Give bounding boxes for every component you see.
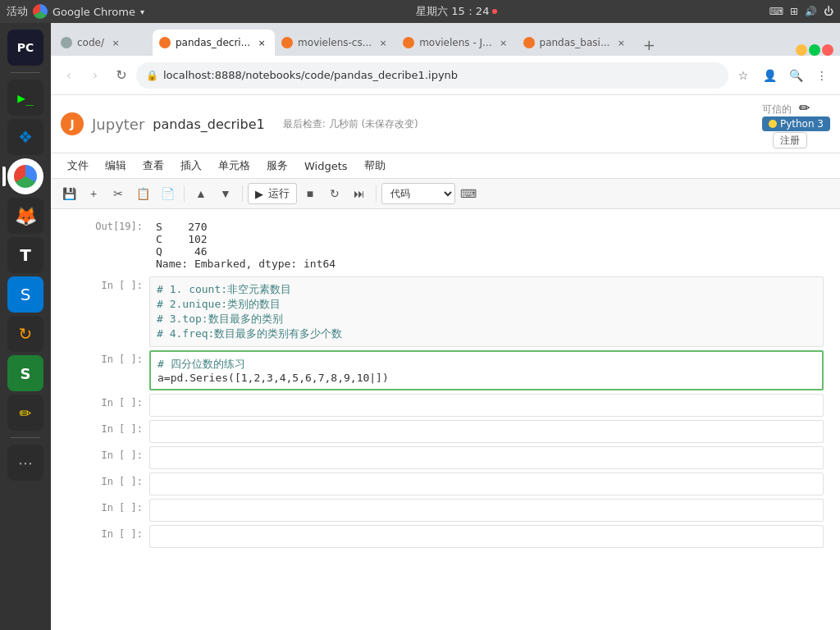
tab-favicon-movielens1 <box>281 37 293 48</box>
menu-insert[interactable]: 插入 <box>174 155 208 176</box>
pycharm-icon: PC <box>17 41 34 54</box>
dock-item-spreadsheet[interactable]: S <box>7 355 43 391</box>
tab-close-movielens1[interactable]: × <box>377 36 390 49</box>
star-icon[interactable]: ☆ <box>732 64 755 87</box>
dock-item-update[interactable]: ↻ <box>7 316 43 352</box>
tab-pandas-decri[interactable]: pandas_decri... × <box>153 30 275 56</box>
cell-empty-3-content[interactable] <box>149 446 824 469</box>
time-label: 星期六 15：24 <box>416 4 489 19</box>
lock-icon: 🔒 <box>146 70 158 81</box>
jupyter-filename[interactable]: pandas_decribe1 <box>153 116 264 132</box>
cell-out19-content: S 270 C 102 Q 46 Name: Embarked, dtype: … <box>149 217 824 273</box>
move-up-button[interactable]: ▲ <box>189 182 212 205</box>
save-button[interactable]: 💾 <box>57 182 80 205</box>
menu-file[interactable]: 文件 <box>61 155 95 176</box>
cell-active-content[interactable]: # 四分位数的练习 a=pd.Series([1,2,3,4,5,6,7,8,9… <box>149 350 824 390</box>
menu-edit[interactable]: 编辑 <box>98 155 133 176</box>
paste-button[interactable]: 📄 <box>156 182 179 205</box>
tab-close-pandas[interactable]: × <box>255 36 268 49</box>
cell-empty-2-content[interactable] <box>149 420 824 443</box>
comment-line-4: # 4.freq:数目最多的类别有多少个数 <box>157 326 816 341</box>
jupyter-area: J Jupyter pandas_decribe1 最后检查: 几秒前 (未保存… <box>51 95 840 630</box>
account-icon[interactable]: 👤 <box>758 64 781 87</box>
jupyter-toolbar: 💾 + ✂ 📋 📄 ▲ ▼ ▶ 运行 ■ ↻ ⏭ 代码 Markdown Raw… <box>51 179 840 209</box>
back-button[interactable]: ‹ <box>57 64 80 87</box>
dock-item-vscode[interactable]: ❖ <box>7 119 43 155</box>
new-tab-button[interactable]: + <box>637 33 660 56</box>
more-options-icon[interactable]: ⋮ <box>810 64 833 87</box>
dock-separator-2 <box>11 437 40 438</box>
notes-icon: ✏ <box>19 404 31 422</box>
forward-button[interactable]: › <box>84 64 107 87</box>
apps-icon: ⋯ <box>18 454 33 472</box>
chevron-down-icon: ▾ <box>140 7 144 16</box>
dock-item-skype[interactable]: S <box>7 276 43 313</box>
menu-help[interactable]: 帮助 <box>358 155 392 176</box>
reload-button[interactable]: ↻ <box>110 64 133 87</box>
menu-widgets[interactable]: Widgets <box>298 157 354 176</box>
tab-close-movielens2[interactable]: × <box>497 36 510 49</box>
tab-code[interactable]: code/ × <box>54 30 153 56</box>
cell-type-select[interactable]: 代码 Markdown Raw <box>381 183 455 204</box>
maximize-button[interactable] <box>809 44 820 56</box>
url-bar[interactable]: 🔒 localhost:8888/notebooks/code/pandas_d… <box>136 62 728 89</box>
dock-item-apps[interactable]: ⋯ <box>7 445 43 481</box>
cell-comment-content[interactable]: # 1. count:非空元素数目 # 2.unique:类别的数目 # 3.t… <box>149 276 824 347</box>
menu-cell[interactable]: 单元格 <box>212 155 257 176</box>
dock-item-notes[interactable]: ✏ <box>7 395 43 431</box>
dock-item-firefox[interactable]: 🦊 <box>7 198 43 234</box>
system-bar-right: ⌨ ⊞ 🔊 ⏻ <box>769 6 833 17</box>
activities-label[interactable]: 活动 <box>7 4 28 19</box>
cell-out19-label: Out[19]: <box>51 217 149 273</box>
cell-empty-5-content[interactable] <box>149 499 824 522</box>
tab-favicon-movielens2 <box>403 37 414 48</box>
restart-button[interactable]: ↻ <box>323 182 346 205</box>
python-label: Python 3 <box>780 118 824 130</box>
minimize-button[interactable] <box>796 44 807 56</box>
tab-close-code[interactable]: × <box>109 36 122 49</box>
tab-pandas-basi[interactable]: pandas_basi... × <box>517 30 635 56</box>
cut-button[interactable]: ✂ <box>107 182 130 205</box>
active-line-2: a=pd.Series([1,2,3,4,5,6,7,8,9,10|]) <box>158 372 815 384</box>
toolbar-separator-2 <box>242 185 243 202</box>
tab-favicon-pandas-basi <box>523 37 535 48</box>
add-cell-button[interactable]: + <box>82 182 105 205</box>
dock-item-terminal[interactable]: ▶_ <box>7 80 43 116</box>
register-button[interactable]: 注册 <box>773 132 807 148</box>
dock-item-pycharm[interactable]: PC <box>7 30 43 66</box>
interrupt-button[interactable]: ■ <box>299 182 322 205</box>
firefox-icon: 🦊 <box>15 206 37 226</box>
system-bar-center: 星期六 15：24 <box>416 4 497 19</box>
move-down-button[interactable]: ▼ <box>214 182 237 205</box>
dock-item-chrome[interactable] <box>7 158 43 194</box>
cell-empty-4-content[interactable] <box>149 472 824 495</box>
menu-service[interactable]: 服务 <box>260 155 294 176</box>
tab-label-movielens2: movielens - J... <box>419 37 491 48</box>
tab-movielens-j[interactable]: movielens - J... × <box>396 30 516 56</box>
cell-out19: Out[19]: S 270 C 102 Q 46 Name: Embarked… <box>51 217 840 273</box>
trusted-label[interactable]: 可信的 <box>762 103 792 115</box>
cell-empty-2-label: In [ ]: <box>51 420 149 443</box>
dock-item-typora[interactable]: T <box>7 237 43 273</box>
cell-empty-6-content[interactable] <box>149 525 824 548</box>
typora-icon: T <box>20 245 31 265</box>
notification-dot <box>492 9 497 14</box>
trusted-edit-icon[interactable]: ✏ <box>799 100 810 116</box>
menu-view[interactable]: 查看 <box>136 155 171 176</box>
comment-line-2: # 2.unique:类别的数目 <box>157 297 816 312</box>
search-icon[interactable]: 🔍 <box>784 64 807 87</box>
fast-forward-button[interactable]: ⏭ <box>348 182 371 205</box>
run-button[interactable]: ▶ 运行 <box>248 183 297 204</box>
close-button[interactable] <box>822 44 833 56</box>
tab-favicon-pandas <box>159 37 171 48</box>
cell-active-label: In [ ]: <box>51 350 149 390</box>
copy-button[interactable]: 📋 <box>131 182 154 205</box>
cell-empty-1-content[interactable] <box>149 394 824 417</box>
keyboard-shortcut-button[interactable]: ⌨ <box>457 182 480 205</box>
python-kernel-button[interactable]: Python 3 <box>762 116 830 131</box>
notebook-body[interactable]: Out[19]: S 270 C 102 Q 46 Name: Embarked… <box>51 209 840 630</box>
tab-movielens-cs[interactable]: movielens-cs... × <box>275 30 396 56</box>
url-text: localhost:8888/notebooks/code/pandas_dec… <box>163 69 458 81</box>
left-dock: PC ▶_ ❖ 🦊 T S ↻ S ✏ ⋯ <box>0 23 51 630</box>
tab-close-pandas-basi[interactable]: × <box>614 36 628 49</box>
